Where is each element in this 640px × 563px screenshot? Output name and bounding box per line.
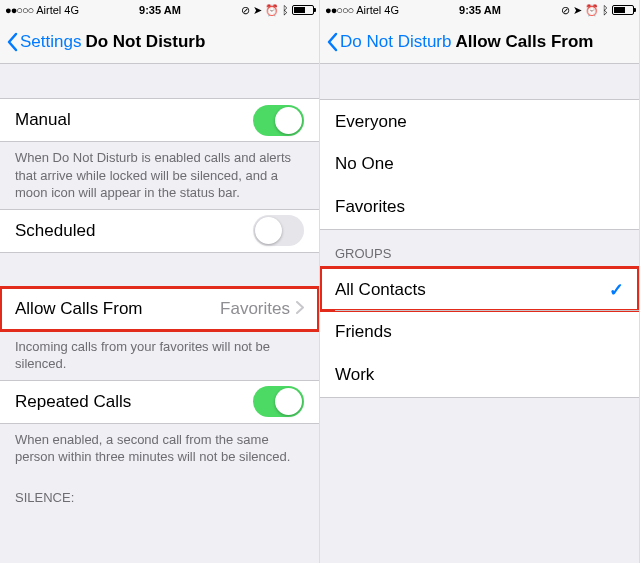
location-icon: ➤ bbox=[573, 4, 582, 17]
page-title: Allow Calls From bbox=[455, 32, 593, 52]
row-label: All Contacts bbox=[335, 280, 609, 300]
status-bar: ●●○○○ Airtel 4G 9:35 AM ⊘ ➤ ⏰ ᛒ bbox=[0, 0, 319, 20]
footer-manual: When Do Not Disturb is enabled calls and… bbox=[0, 142, 319, 210]
toggle-repeated[interactable] bbox=[253, 386, 304, 417]
toggle-scheduled[interactable] bbox=[253, 215, 304, 246]
back-label: Do Not Disturb bbox=[340, 32, 451, 52]
alarm-icon: ⏰ bbox=[265, 4, 279, 17]
footer-allow: Incoming calls from your favorites will … bbox=[0, 331, 319, 381]
group-friends[interactable]: Friends bbox=[320, 310, 639, 354]
footer-repeated: When enabled, a second call from the sam… bbox=[0, 424, 319, 474]
nav-bar: Settings Do Not Disturb bbox=[0, 20, 319, 64]
bluetooth-icon: ᛒ bbox=[602, 4, 609, 16]
battery-icon bbox=[612, 5, 634, 15]
row-repeated-calls[interactable]: Repeated Calls bbox=[0, 380, 319, 424]
groups-list: All Contacts ✓ Friends Work bbox=[320, 267, 639, 398]
option-no-one[interactable]: No One bbox=[320, 142, 639, 186]
battery-icon bbox=[292, 5, 314, 15]
rotation-lock-icon: ⊘ bbox=[241, 4, 250, 17]
section-header-groups: GROUPS bbox=[320, 230, 639, 267]
toggle-manual[interactable] bbox=[253, 105, 304, 136]
status-bar: ●●○○○ Airtel 4G 9:35 AM ⊘ ➤ ⏰ ᛒ bbox=[320, 0, 639, 20]
row-label: Work bbox=[335, 365, 624, 385]
row-detail-value: Favorites bbox=[220, 299, 290, 319]
checkmark-icon: ✓ bbox=[609, 279, 624, 301]
option-everyone[interactable]: Everyone bbox=[320, 99, 639, 143]
row-label: Manual bbox=[15, 110, 253, 130]
back-label: Settings bbox=[20, 32, 81, 52]
section-header-silence: SILENCE: bbox=[0, 474, 319, 511]
row-manual[interactable]: Manual bbox=[0, 98, 319, 142]
chevron-left-icon bbox=[326, 32, 338, 52]
content: Everyone No One Favorites GROUPS All Con… bbox=[320, 64, 639, 563]
chevron-left-icon bbox=[6, 32, 18, 52]
carrier-label: Airtel bbox=[36, 4, 61, 16]
network-label: 4G bbox=[384, 4, 399, 16]
clock-label: 9:35 AM bbox=[139, 4, 181, 16]
option-favorites[interactable]: Favorites bbox=[320, 185, 639, 229]
network-label: 4G bbox=[64, 4, 79, 16]
back-button-settings[interactable]: Settings bbox=[6, 32, 81, 52]
bluetooth-icon: ᛒ bbox=[282, 4, 289, 16]
alarm-icon: ⏰ bbox=[585, 4, 599, 17]
carrier-label: Airtel bbox=[356, 4, 381, 16]
back-button-dnd[interactable]: Do Not Disturb bbox=[326, 32, 451, 52]
options-list: Everyone No One Favorites bbox=[320, 99, 639, 230]
row-label: Favorites bbox=[335, 197, 624, 217]
row-label: No One bbox=[335, 154, 624, 174]
row-scheduled[interactable]: Scheduled bbox=[0, 209, 319, 253]
chevron-right-icon bbox=[296, 299, 304, 319]
rotation-lock-icon: ⊘ bbox=[561, 4, 570, 17]
group-work[interactable]: Work bbox=[320, 353, 639, 397]
group-all-contacts[interactable]: All Contacts ✓ bbox=[320, 267, 639, 311]
clock-label: 9:35 AM bbox=[459, 4, 501, 16]
row-allow-calls-from[interactable]: Allow Calls From Favorites bbox=[0, 287, 319, 331]
row-label: Repeated Calls bbox=[15, 392, 253, 412]
signal-dots-icon: ●●○○○ bbox=[325, 4, 353, 16]
row-label: Everyone bbox=[335, 112, 624, 132]
location-icon: ➤ bbox=[253, 4, 262, 17]
signal-dots-icon: ●●○○○ bbox=[5, 4, 33, 16]
row-label: Allow Calls From bbox=[15, 299, 220, 319]
screen-do-not-disturb: ●●○○○ Airtel 4G 9:35 AM ⊘ ➤ ⏰ ᛒ Settings… bbox=[0, 0, 320, 563]
page-title: Do Not Disturb bbox=[85, 32, 205, 52]
row-label: Friends bbox=[335, 322, 624, 342]
content: Manual When Do Not Disturb is enabled ca… bbox=[0, 64, 319, 563]
nav-bar: Do Not Disturb Allow Calls From bbox=[320, 20, 639, 64]
row-label: Scheduled bbox=[15, 221, 253, 241]
screen-allow-calls-from: ●●○○○ Airtel 4G 9:35 AM ⊘ ➤ ⏰ ᛒ Do Not D… bbox=[320, 0, 640, 563]
